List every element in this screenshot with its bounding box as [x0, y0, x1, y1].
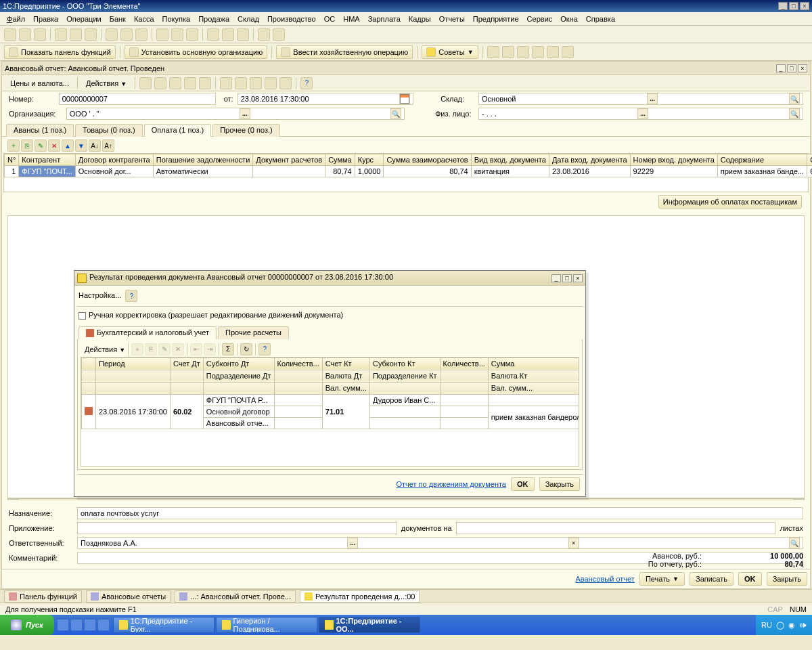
col-sum[interactable]: Сумма: [488, 358, 579, 370]
tab-other[interactable]: Прочее (0 поз.): [212, 124, 279, 137]
copy-icon[interactable]: [70, 28, 82, 41]
menu-personnel[interactable]: Кадры: [409, 15, 431, 23]
mdi-tab-panel[interactable]: Панель функций: [4, 590, 82, 603]
date-input[interactable]: 23.08.2016 17:30:00: [238, 93, 413, 105]
copy-row-icon[interactable]: ⎘: [21, 139, 33, 152]
tips-button[interactable]: Советы▼: [422, 45, 478, 59]
dt-kt-icon[interactable]: [235, 77, 247, 89]
desktop-icon[interactable]: [70, 619, 83, 631]
tray-icon[interactable]: 🕪: [799, 621, 807, 629]
shortcut-icon[interactable]: [562, 46, 574, 58]
col-settle-sum[interactable]: Сумма взаиморасчетов: [384, 154, 471, 166]
help-icon[interactable]: ?: [125, 290, 137, 302]
fiz-input[interactable]: - . . .: [478, 108, 803, 120]
col-subdt[interactable]: Субконто Дт: [203, 358, 274, 370]
info-icon[interactable]: [273, 28, 285, 41]
sum-icon[interactable]: Σ: [222, 343, 234, 355]
select-button[interactable]: [240, 108, 250, 119]
col-contract[interactable]: Договор контрагента: [75, 154, 153, 166]
manual-correction-checkbox[interactable]: [78, 312, 86, 320]
accounting-grid[interactable]: Период Счет Дт Субконто Дт Количеств... …: [81, 357, 579, 467]
col-qty-dt[interactable]: Количеств...: [274, 358, 322, 370]
inner-ok-button[interactable]: OK: [511, 477, 535, 491]
language-indicator[interactable]: RU: [761, 621, 772, 629]
shortcut-icon[interactable]: [487, 46, 499, 58]
tab-payment[interactable]: Оплата (1 поз.): [144, 124, 211, 137]
tray-icon[interactable]: ◉: [788, 621, 795, 630]
mdi-tab-advance-report-doc[interactable]: ...: Авансовый отчет. Прове...: [175, 590, 296, 603]
mminus-icon[interactable]: [237, 28, 249, 41]
m-icon[interactable]: [207, 28, 219, 41]
col-rate[interactable]: Курс: [355, 154, 384, 166]
movements-report-link[interactable]: Отчет по движениям документа: [396, 480, 506, 488]
col-indoc-num[interactable]: Номер вход. документа: [630, 154, 717, 166]
menu-warehouse[interactable]: Склад: [238, 15, 259, 23]
calc-icon[interactable]: [171, 28, 183, 41]
actions-dropdown[interactable]: Действия ▼: [82, 78, 131, 89]
sort-desc-icon[interactable]: A↑: [102, 139, 114, 152]
search-button[interactable]: [789, 93, 800, 104]
sklad-input[interactable]: Основной: [478, 93, 803, 105]
sort-asc-icon[interactable]: A↓: [89, 139, 101, 152]
select-button[interactable]: [637, 108, 648, 119]
post-icon[interactable]: [139, 77, 152, 89]
refresh-icon[interactable]: ↻: [240, 343, 252, 355]
go-icon[interactable]: [220, 77, 232, 89]
table-row[interactable]: 23.08.2016 17:30:00 60.02 ФГУП "ПОЧТА Р.…: [82, 394, 580, 406]
inner-close-button[interactable]: Закрыть: [539, 477, 580, 491]
export-icon[interactable]: [199, 77, 211, 89]
task-item[interactable]: 1С:Предприятие - Бухг...: [113, 617, 215, 633]
menu-cash[interactable]: Касса: [134, 15, 154, 23]
find-icon[interactable]: [106, 28, 118, 41]
save-icon[interactable]: [34, 28, 46, 41]
print-icon[interactable]: [184, 77, 196, 89]
show-functions-button[interactable]: Показать панель функций: [4, 45, 116, 59]
first-icon[interactable]: ⇤: [190, 343, 202, 355]
inner-close-button[interactable]: ×: [573, 274, 583, 282]
mplus-icon[interactable]: [222, 28, 234, 41]
system-tray[interactable]: RU ◯ ◉ 🕪: [756, 615, 812, 635]
move-down-icon[interactable]: ▼: [75, 139, 87, 152]
supplier-payments-info-button[interactable]: Информация об оплатах поставщикам: [658, 195, 802, 209]
save-button[interactable]: Записать: [690, 572, 734, 586]
add-icon[interactable]: ＋: [131, 343, 143, 355]
attach-docs-input[interactable]: [77, 522, 397, 534]
number-input[interactable]: 00000000007: [59, 93, 216, 105]
edit-icon[interactable]: ✎: [158, 343, 171, 355]
prices-currency-button[interactable]: Цены и валюта...: [6, 78, 73, 89]
payment-grid[interactable]: N° Контрагент Договор контрагента Погаше…: [3, 153, 809, 192]
task-item[interactable]: Гиперион / Позднякова...: [216, 617, 317, 633]
mdi-tab-posting-result[interactable]: Результат проведения д...:00: [300, 590, 420, 603]
col-repay[interactable]: Погашение задолженности: [153, 154, 253, 166]
list-icon[interactable]: [250, 77, 262, 89]
undo-icon[interactable]: [120, 28, 133, 41]
report-icon[interactable]: [169, 77, 181, 89]
menu-help[interactable]: Справка: [586, 15, 615, 23]
ok-button[interactable]: OK: [738, 572, 762, 586]
new-icon[interactable]: [4, 28, 16, 41]
select-button[interactable]: [647, 93, 658, 104]
delete-icon[interactable]: ✕: [172, 343, 184, 355]
explorer-icon[interactable]: [84, 619, 96, 631]
search-button[interactable]: [789, 538, 800, 548]
inner-maximize-button[interactable]: □: [562, 274, 572, 282]
attach-sheets-input[interactable]: [456, 522, 776, 534]
menu-nma[interactable]: НМА: [343, 15, 359, 23]
edit-row-icon[interactable]: ✎: [35, 139, 47, 152]
col-num[interactable]: N°: [5, 154, 19, 166]
form-icon[interactable]: [279, 77, 292, 89]
col-subkt[interactable]: Субконто Кт: [369, 358, 440, 370]
start-button[interactable]: Пуск: [0, 615, 54, 635]
col-qty-kt[interactable]: Количеств...: [440, 358, 488, 370]
menu-operations[interactable]: Операции: [66, 15, 101, 23]
task-item-active[interactable]: 1С:Предприятие - ОО...: [319, 617, 420, 633]
col-acct-dt[interactable]: Счет Дт: [170, 358, 203, 370]
responsible-input[interactable]: Позднякова А.А.×: [77, 537, 803, 549]
org-input[interactable]: ООО ' . ": [66, 108, 405, 120]
app-icon[interactable]: [97, 619, 110, 631]
main-menu[interactable]: Файл Правка Операции Банк Касса Покупка …: [0, 12, 812, 26]
structure-icon[interactable]: [265, 77, 277, 89]
refresh-icon[interactable]: [154, 77, 166, 89]
doc-restore-button[interactable]: □: [787, 64, 796, 72]
help-icon[interactable]: [258, 28, 270, 41]
